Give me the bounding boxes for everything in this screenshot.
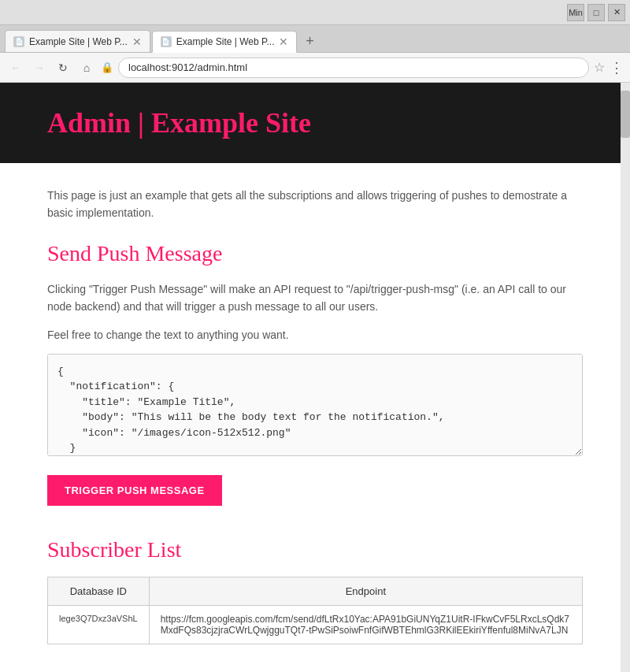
send-push-instruction: Clicking "Trigger Push Message" will mak… (47, 280, 583, 316)
tab-favicon-1: 📄 (13, 36, 24, 47)
send-push-title: Send Push Message (47, 241, 583, 266)
tab-favicon-2: 📄 (161, 36, 172, 47)
tab-2[interactable]: 📄 Example Site | Web P... ✕ (152, 31, 298, 53)
subscriber-table: Database ID Endpoint lege3Q7Dxz3aVShL ht… (47, 577, 583, 644)
scrollbar-thumb[interactable] (621, 91, 630, 138)
tab-1[interactable]: 📄 Example Site | Web P... ✕ (5, 30, 150, 52)
address-input[interactable] (118, 58, 589, 78)
forward-button[interactable]: → (30, 58, 49, 77)
address-bar: ← → ↻ ⌂ 🔒 ☆ ⋮ (0, 53, 630, 83)
tab-label-1: Example Site | Web P... (29, 36, 128, 47)
table-row: lege3Q7Dxz3aVShL https://fcm.googleapis.… (48, 605, 583, 644)
trigger-push-button[interactable]: TRIGGER PUSH MESSAGE (47, 475, 222, 506)
table-cell-db-id: lege3Q7Dxz3aVShL (48, 605, 150, 644)
title-bar-buttons: Min □ ✕ (567, 4, 625, 21)
bookmark-star-icon[interactable]: ☆ (594, 60, 605, 75)
title-bar: Min □ ✕ (0, 0, 630, 25)
feel-free-text: Feel free to change the text to anything… (47, 329, 583, 341)
new-tab-button[interactable]: + (298, 30, 321, 52)
browser-window: Min □ ✕ 📄 Example Site | Web P... ✕ 📄 Ex… (0, 0, 630, 672)
site-header: Admin | Example Site (0, 83, 630, 163)
tab-label-2: Example Site | Web P... (176, 36, 275, 47)
table-cell-endpoint: https://fcm.googleapis.com/fcm/send/dfLt… (149, 605, 582, 644)
page-description: This page is just an example that gets a… (47, 187, 583, 222)
maximize-button[interactable]: □ (587, 4, 605, 21)
page-content: Admin | Example Site This page is just a… (0, 83, 630, 672)
subscriber-section: Subscriber List Database ID Endpoint leg… (47, 537, 583, 644)
refresh-button[interactable]: ↻ (54, 58, 72, 77)
tab-close-1[interactable]: ✕ (132, 36, 142, 47)
browser-menu-icon[interactable]: ⋮ (610, 59, 624, 76)
tab-bar: 📄 Example Site | Web P... ✕ 📄 Example Si… (0, 25, 630, 53)
col-header-endpoint: Endpoint (149, 577, 582, 605)
site-title: Admin | Example Site (47, 106, 583, 139)
home-button[interactable]: ⌂ (77, 58, 96, 77)
subscriber-list-title: Subscriber List (47, 537, 583, 562)
col-header-db-id: Database ID (48, 577, 150, 605)
scrollbar[interactable] (621, 83, 630, 672)
push-message-textarea[interactable] (47, 354, 583, 456)
minimize-button[interactable]: Min (567, 4, 584, 21)
back-button[interactable]: ← (6, 58, 25, 77)
site-body: This page is just an example that gets a… (0, 163, 630, 668)
close-button[interactable]: ✕ (608, 4, 625, 21)
tab-close-2[interactable]: ✕ (279, 36, 288, 47)
